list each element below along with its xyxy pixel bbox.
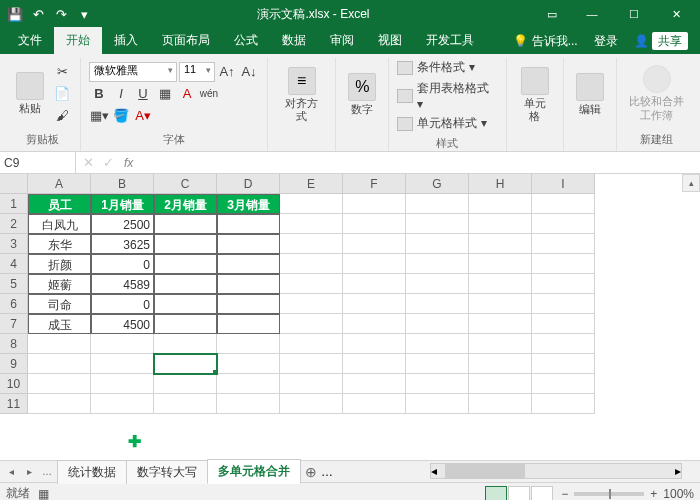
zoom-slider[interactable] (574, 492, 644, 496)
cell[interactable]: 1月销量 (91, 194, 154, 214)
cell[interactable] (280, 314, 343, 334)
cell[interactable] (280, 374, 343, 394)
share-button[interactable]: 👤 共享 (628, 29, 694, 54)
cell[interactable]: 折颜 (28, 254, 91, 274)
cell[interactable]: 4589 (91, 274, 154, 294)
zoom-out-icon[interactable]: − (561, 487, 568, 501)
cell[interactable] (469, 394, 532, 414)
cell[interactable] (154, 274, 217, 294)
tab-file[interactable]: 文件 (6, 27, 54, 54)
cell[interactable] (343, 354, 406, 374)
cell[interactable]: 2500 (91, 214, 154, 234)
cell[interactable] (217, 254, 280, 274)
fx-icon[interactable]: fx (118, 156, 139, 170)
cell[interactable] (280, 214, 343, 234)
row-header[interactable]: 2 (0, 214, 28, 234)
enter-formula-icon[interactable]: ✓ (98, 153, 118, 173)
cell[interactable] (280, 294, 343, 314)
cell[interactable] (280, 234, 343, 254)
cell[interactable] (91, 354, 154, 374)
cell[interactable] (343, 274, 406, 294)
cell[interactable] (532, 234, 595, 254)
cell[interactable] (343, 374, 406, 394)
cell[interactable]: 0 (91, 254, 154, 274)
cell[interactable] (217, 334, 280, 354)
formula-input[interactable] (139, 161, 698, 165)
cut-icon[interactable]: ✂ (52, 62, 72, 82)
row-header[interactable]: 6 (0, 294, 28, 314)
add-sheet-icon[interactable]: ⊕ (301, 464, 321, 480)
cell[interactable] (217, 394, 280, 414)
cell[interactable]: 4500 (91, 314, 154, 334)
cell[interactable] (532, 374, 595, 394)
cell[interactable] (469, 194, 532, 214)
cell[interactable] (91, 394, 154, 414)
cell[interactable] (280, 194, 343, 214)
cell[interactable] (469, 234, 532, 254)
cell[interactable] (154, 374, 217, 394)
cell[interactable] (532, 194, 595, 214)
grow-font-icon[interactable]: A↑ (217, 62, 237, 82)
cell[interactable] (406, 274, 469, 294)
cell[interactable]: 东华 (28, 234, 91, 254)
view-break-icon[interactable] (531, 486, 553, 501)
zoom-in-icon[interactable]: + (650, 487, 657, 501)
cell[interactable]: 3月销量 (217, 194, 280, 214)
conditional-format-button[interactable]: 条件格式 ▾ (397, 58, 497, 77)
name-box[interactable]: C9 (0, 152, 76, 173)
close-icon[interactable]: ✕ (656, 0, 696, 28)
cell[interactable] (154, 254, 217, 274)
cell[interactable] (280, 394, 343, 414)
ribbon-options-icon[interactable]: ▭ (532, 0, 572, 28)
cell[interactable] (217, 354, 280, 374)
row-header[interactable]: 9 (0, 354, 28, 374)
fill-color-icon[interactable]: 🪣 (111, 106, 131, 126)
cell[interactable] (217, 234, 280, 254)
cell[interactable] (28, 374, 91, 394)
col-header[interactable]: E (280, 174, 343, 194)
row-header[interactable]: 10 (0, 374, 28, 394)
cell[interactable] (406, 194, 469, 214)
font-color2-icon[interactable]: A▾ (133, 106, 153, 126)
row-header[interactable]: 1 (0, 194, 28, 214)
cell[interactable] (469, 254, 532, 274)
sheet-tab-upper[interactable]: 数字转大写 (126, 460, 208, 484)
cell[interactable] (280, 334, 343, 354)
col-header[interactable]: I (532, 174, 595, 194)
row-header[interactable]: 8 (0, 334, 28, 354)
row-header[interactable]: 4 (0, 254, 28, 274)
col-header[interactable]: C (154, 174, 217, 194)
tab-data[interactable]: 数据 (270, 27, 318, 54)
cell[interactable] (469, 214, 532, 234)
row-header[interactable]: 3 (0, 234, 28, 254)
cell[interactable]: 员工 (28, 194, 91, 214)
view-layout-icon[interactable] (508, 486, 530, 501)
cell[interactable]: 0 (91, 294, 154, 314)
cell[interactable] (28, 334, 91, 354)
tab-dev[interactable]: 开发工具 (414, 27, 486, 54)
font-size-select[interactable]: 11 (179, 62, 215, 82)
cell[interactable] (406, 394, 469, 414)
cell[interactable] (406, 294, 469, 314)
login-button[interactable]: 登录 (588, 29, 624, 54)
number-button[interactable]: %数字 (344, 71, 380, 118)
cell[interactable] (154, 294, 217, 314)
cell[interactable] (532, 274, 595, 294)
cell[interactable] (406, 254, 469, 274)
cell[interactable]: 成玉 (28, 314, 91, 334)
horizontal-scrollbar[interactable]: ◂▸ (430, 463, 682, 479)
cell[interactable]: 姬蘅 (28, 274, 91, 294)
cell[interactable] (532, 354, 595, 374)
undo-icon[interactable]: ↶ (27, 3, 49, 25)
sheet-nav-more[interactable]: … (38, 463, 56, 481)
select-all-button[interactable] (0, 174, 28, 194)
cell[interactable] (343, 314, 406, 334)
underline-button[interactable]: U (133, 84, 153, 104)
tab-layout[interactable]: 页面布局 (150, 27, 222, 54)
qat-more-icon[interactable]: ▾ (73, 3, 95, 25)
cell[interactable] (280, 254, 343, 274)
cell[interactable] (280, 354, 343, 374)
cell[interactable] (343, 194, 406, 214)
cell[interactable] (343, 234, 406, 254)
cancel-formula-icon[interactable]: ✕ (78, 153, 98, 173)
